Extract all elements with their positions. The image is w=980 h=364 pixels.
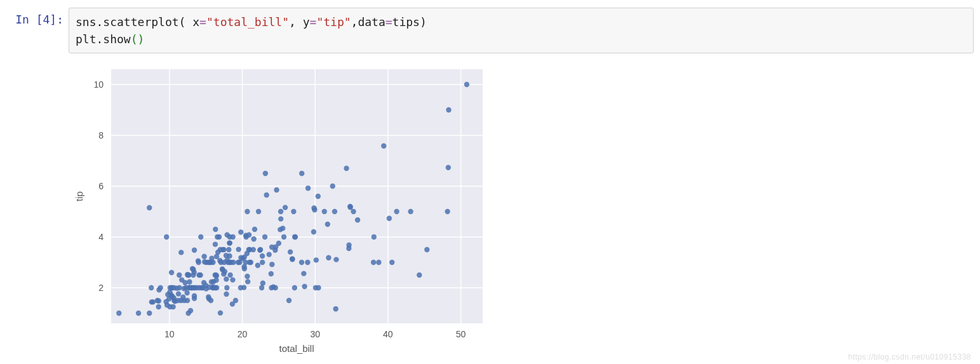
svg-point-240 bbox=[376, 260, 381, 265]
svg-point-230 bbox=[333, 257, 339, 262]
svg-point-215 bbox=[305, 260, 310, 265]
svg-point-217 bbox=[311, 229, 316, 234]
code-token: y bbox=[296, 15, 310, 29]
code-cell: In [4]: sns.scatterplot( x="total_bill",… bbox=[0, 5, 980, 53]
svg-point-21 bbox=[158, 285, 163, 290]
code-token: , bbox=[289, 15, 296, 29]
svg-point-55 bbox=[185, 298, 190, 303]
code-token: "tip" bbox=[316, 15, 351, 29]
svg-point-74 bbox=[192, 248, 197, 253]
svg-point-204 bbox=[288, 249, 293, 254]
svg-point-224 bbox=[322, 209, 327, 214]
code-token: sns bbox=[76, 15, 97, 29]
svg-point-82 bbox=[198, 234, 203, 239]
svg-point-184 bbox=[263, 171, 268, 176]
svg-point-201 bbox=[281, 234, 286, 239]
svg-point-236 bbox=[351, 209, 356, 214]
plot-svg: 1020304050 246810 total_bill tip bbox=[64, 60, 502, 358]
svg-point-153 bbox=[238, 229, 243, 234]
svg-point-136 bbox=[226, 247, 231, 252]
svg-point-45 bbox=[177, 285, 182, 290]
svg-point-128 bbox=[222, 269, 227, 274]
code-token: = bbox=[310, 15, 317, 29]
svg-point-81 bbox=[198, 273, 203, 278]
cell-output: 1020304050 246810 total_bill tip bbox=[0, 53, 980, 358]
code-token: ( bbox=[179, 15, 186, 29]
svg-point-235 bbox=[347, 205, 352, 210]
svg-point-243 bbox=[389, 260, 394, 265]
svg-point-203 bbox=[286, 298, 292, 303]
svg-point-180 bbox=[260, 253, 265, 259]
svg-text:10: 10 bbox=[93, 79, 104, 90]
svg-point-174 bbox=[252, 227, 257, 232]
svg-point-238 bbox=[371, 260, 376, 265]
svg-point-120 bbox=[218, 310, 223, 315]
svg-point-227 bbox=[330, 184, 335, 189]
svg-point-18 bbox=[156, 304, 161, 309]
code-token: = bbox=[386, 15, 393, 29]
svg-point-245 bbox=[408, 209, 413, 214]
svg-point-219 bbox=[312, 207, 317, 212]
y-axis-label: tip bbox=[74, 191, 84, 201]
svg-point-178 bbox=[258, 247, 263, 252]
svg-point-148 bbox=[233, 298, 238, 303]
svg-point-242 bbox=[387, 216, 392, 221]
svg-point-164 bbox=[245, 274, 250, 279]
svg-point-145 bbox=[230, 277, 235, 282]
svg-point-107 bbox=[213, 241, 218, 246]
svg-point-185 bbox=[264, 192, 269, 198]
svg-point-165 bbox=[245, 209, 250, 214]
plot-background bbox=[111, 69, 483, 323]
svg-point-14 bbox=[149, 285, 154, 290]
code-token: data bbox=[358, 15, 385, 29]
svg-point-211 bbox=[299, 260, 304, 265]
code-token: . bbox=[97, 32, 104, 46]
code-token: "total_bill" bbox=[206, 15, 289, 29]
svg-point-71 bbox=[191, 269, 196, 274]
svg-point-168 bbox=[246, 233, 252, 238]
svg-point-86 bbox=[201, 254, 206, 259]
code-token: scatterplot bbox=[103, 15, 178, 29]
svg-point-228 bbox=[332, 209, 337, 214]
code-token: ) bbox=[420, 15, 427, 29]
svg-point-200 bbox=[280, 226, 285, 231]
svg-point-196 bbox=[276, 241, 281, 246]
x-tick-labels: 1020304050 bbox=[164, 329, 466, 339]
svg-point-182 bbox=[260, 281, 265, 286]
svg-point-146 bbox=[230, 234, 235, 239]
svg-point-229 bbox=[333, 306, 338, 311]
svg-point-206 bbox=[290, 257, 295, 262]
watermark-text: https://blog.csdn.net/u010915338 bbox=[849, 353, 971, 358]
prompt-in-text: In bbox=[15, 13, 36, 26]
svg-point-175 bbox=[255, 263, 260, 268]
jupyter-notebook: In [4]: sns.scatterplot( x="total_bill",… bbox=[0, 0, 980, 358]
svg-point-214 bbox=[302, 284, 307, 289]
svg-point-208 bbox=[292, 285, 297, 290]
svg-point-183 bbox=[262, 234, 267, 239]
code-token: plt bbox=[76, 32, 97, 46]
svg-text:2: 2 bbox=[98, 283, 104, 293]
code-token: , bbox=[351, 15, 358, 29]
svg-point-131 bbox=[224, 292, 229, 297]
svg-point-11 bbox=[136, 311, 141, 316]
code-input[interactable]: sns.scatterplot( x="total_bill", y="tip"… bbox=[69, 8, 974, 53]
svg-point-193 bbox=[272, 285, 278, 290]
svg-point-237 bbox=[355, 217, 360, 222]
input-prompt: In [4]: bbox=[6, 8, 69, 26]
svg-point-166 bbox=[245, 279, 250, 284]
svg-point-172 bbox=[250, 247, 255, 252]
svg-point-195 bbox=[274, 187, 279, 192]
code-token: show bbox=[103, 32, 130, 46]
svg-point-12 bbox=[147, 311, 152, 316]
svg-point-213 bbox=[301, 271, 306, 276]
svg-point-23 bbox=[164, 234, 169, 239]
svg-point-244 bbox=[394, 209, 399, 214]
svg-point-222 bbox=[316, 194, 321, 199]
svg-point-233 bbox=[346, 243, 351, 248]
svg-point-44 bbox=[177, 273, 182, 278]
svg-point-247 bbox=[424, 247, 429, 252]
svg-point-199 bbox=[278, 216, 283, 221]
svg-text:30: 30 bbox=[310, 329, 320, 339]
svg-point-223 bbox=[316, 285, 321, 290]
svg-point-43 bbox=[176, 291, 181, 296]
